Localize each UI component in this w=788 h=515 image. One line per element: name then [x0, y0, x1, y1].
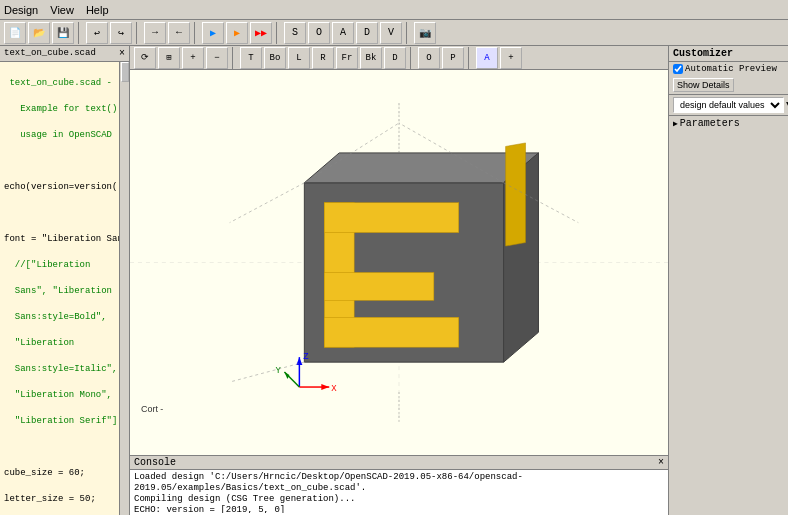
svg-text:Z: Z [303, 352, 309, 362]
zoom-all-button[interactable]: ⊞ [158, 47, 180, 69]
diagonal-view-button[interactable]: D [384, 47, 406, 69]
export-off-button[interactable]: O [308, 22, 330, 44]
zoom-out-button[interactable]: − [206, 47, 228, 69]
auto-preview-label: Automatic Preview [685, 64, 777, 74]
export-stl-button[interactable]: S [284, 22, 306, 44]
svg-rect-9 [324, 317, 459, 347]
editor-filename: text_on_cube.scad [4, 48, 96, 59]
console-content[interactable]: Loaded design 'C:/Users/Hrncic/Desktop/O… [130, 470, 668, 513]
design-defaults-select[interactable]: design default values [673, 97, 784, 113]
zoom-in-button[interactable]: + [182, 47, 204, 69]
auto-preview-checkbox[interactable] [673, 64, 683, 74]
svg-text:Y: Y [275, 366, 281, 376]
3d-scene: Z X Y [130, 70, 668, 455]
design-defaults-row: design default values ▼ ⚙ [669, 95, 788, 116]
perspective-button[interactable]: P [442, 47, 464, 69]
render-button[interactable]: ▶ [226, 22, 248, 44]
main-layout: text_on_cube.scad × text_on_cube.scad - … [0, 46, 788, 515]
triangle-icon: ▶ [673, 119, 678, 128]
parameters-header[interactable]: ▶ Parameters [673, 118, 784, 129]
export-dxf-button[interactable]: D [356, 22, 378, 44]
export-svg-button[interactable]: V [380, 22, 402, 44]
left-view-button[interactable]: L [288, 47, 310, 69]
toolbar-separator-4 [276, 22, 280, 44]
viewport-3d[interactable]: Z X Y [130, 70, 668, 455]
redo-button[interactable]: ↪ [110, 22, 132, 44]
screenshot-button[interactable]: 📷 [414, 22, 436, 44]
console-panel: Console × Loaded design 'C:/Users/Hrncic… [130, 455, 668, 515]
customizer-toolbar: Automatic Preview Show Details [669, 62, 788, 95]
editor-content[interactable]: text_on_cube.scad - Example for text() u… [0, 62, 119, 515]
viewport[interactable]: ⟳ ⊞ + − T Bo L R Fr Bk D O P A + [130, 46, 668, 515]
top-view-button[interactable]: T [240, 47, 262, 69]
parameters-label: Parameters [680, 118, 740, 129]
menubar: Design View Help [0, 0, 788, 20]
unindent-button[interactable]: ← [168, 22, 190, 44]
editor-close[interactable]: × [119, 48, 125, 59]
toolbar-separator-2 [136, 22, 140, 44]
console-line-3: ECHO: version = [2019, 5, 0] [134, 505, 664, 513]
svg-rect-10 [506, 143, 526, 246]
customizer-panel: Customizer Automatic Preview Show Detail… [668, 46, 788, 515]
editor-scrollbar[interactable] [119, 62, 129, 515]
svg-rect-8 [324, 272, 434, 300]
render-cgal-button[interactable]: ▶▶ [250, 22, 272, 44]
console-title: Console [134, 457, 176, 468]
undo-button[interactable]: ↩ [86, 22, 108, 44]
editor-header: text_on_cube.scad × [0, 46, 129, 62]
indent-button[interactable]: → [144, 22, 166, 44]
crosshairs-button[interactable]: + [500, 47, 522, 69]
vp-sep3 [468, 47, 472, 69]
menu-view[interactable]: View [50, 4, 74, 16]
code-area: text_on_cube.scad - Example for text() u… [0, 62, 119, 515]
toolbar-separator-3 [194, 22, 198, 44]
back-view-button[interactable]: Bk [360, 47, 382, 69]
toolbar: 📄 📂 💾 ↩ ↪ → ← ▶ ▶ ▶▶ S O A D V 📷 [0, 20, 788, 46]
axes-button[interactable]: A [476, 47, 498, 69]
console-close[interactable]: × [658, 457, 664, 468]
preview-button[interactable]: ▶ [202, 22, 224, 44]
orthographic-button[interactable]: O [418, 47, 440, 69]
toolbar-separator-1 [78, 22, 82, 44]
svg-marker-4 [304, 153, 538, 183]
right-view-button[interactable]: R [312, 47, 334, 69]
new-button[interactable]: 📄 [4, 22, 26, 44]
vp-sep1 [232, 47, 236, 69]
vp-sep2 [410, 47, 414, 69]
customizer-title: Customizer [669, 46, 788, 62]
toolbar-separator-5 [406, 22, 410, 44]
console-header: Console × [130, 456, 668, 470]
auto-preview-checkbox-group: Automatic Preview [673, 64, 777, 74]
reset-view-button[interactable]: ⟳ [134, 47, 156, 69]
editor-panel: text_on_cube.scad × text_on_cube.scad - … [0, 46, 130, 515]
menu-design[interactable]: Design [4, 4, 38, 16]
svg-text:Cort -: Cort - [141, 404, 163, 414]
viewport-toolbar: ⟳ ⊞ + − T Bo L R Fr Bk D O P A + [130, 46, 668, 70]
svg-rect-7 [324, 203, 459, 233]
export-amf-button[interactable]: A [332, 22, 354, 44]
menu-help[interactable]: Help [86, 4, 109, 16]
svg-text:X: X [331, 384, 337, 394]
open-button[interactable]: 📂 [28, 22, 50, 44]
console-line-1: Loaded design 'C:/Users/Hrncic/Desktop/O… [134, 472, 664, 494]
show-details-button[interactable]: Show Details [673, 78, 734, 92]
console-line-2: Compiling design (CSG Tree generation)..… [134, 494, 664, 505]
front-view-button[interactable]: Fr [336, 47, 358, 69]
bottom-view-button[interactable]: Bo [264, 47, 286, 69]
save-button[interactable]: 💾 [52, 22, 74, 44]
parameters-section: ▶ Parameters [669, 116, 788, 131]
